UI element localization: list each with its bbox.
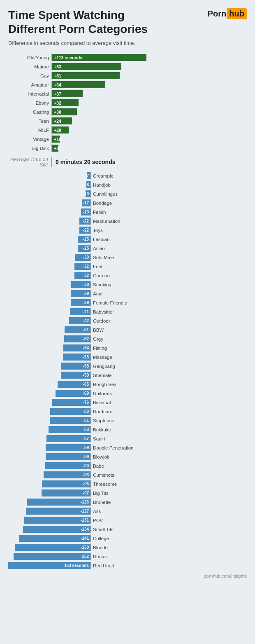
- main-container: Time Spent Watching Different Porn Categ…: [8, 8, 247, 578]
- bar-value: -96: [83, 482, 89, 486]
- bar-negative: -41: [70, 308, 90, 315]
- bar-negative: -69: [56, 390, 90, 397]
- bar-row-negative: -58Gangbang: [8, 362, 247, 370]
- bar-value: -69: [83, 391, 89, 396]
- bar-positive: +30: [52, 108, 77, 115]
- bar-negative: -54: [63, 344, 90, 351]
- bar-value: +30: [54, 110, 61, 115]
- bar-value: -76: [83, 400, 89, 405]
- bar-value: +24: [54, 119, 61, 124]
- bar-positive: +32: [52, 99, 79, 106]
- bar-negative: -89: [46, 444, 90, 451]
- bar-value: +81: [54, 73, 61, 78]
- category-label: Lesbian: [91, 237, 109, 242]
- logo: Pornhub: [208, 8, 247, 19]
- bar-row-negative: -81Striptease: [8, 417, 247, 424]
- bar-negative: -25: [78, 245, 90, 252]
- bar-negative: -152: [14, 553, 90, 560]
- bar-negative: -30: [75, 254, 90, 261]
- category-label: Outdoor: [91, 318, 110, 323]
- category-label: Babysitter: [91, 309, 114, 314]
- bar-row-negative: -38Smoking: [8, 281, 247, 288]
- bar-negative: -38: [71, 281, 90, 288]
- bar-row-negative: -59Shemale: [8, 371, 247, 379]
- category-label: Cunnilingus: [91, 192, 118, 197]
- category-label: Mature: [8, 64, 51, 69]
- bar-value: -93: [83, 473, 89, 477]
- category-label: Orgy: [91, 337, 103, 342]
- bar-row-positive: Old/Young+113 seconds: [8, 54, 247, 61]
- bar-value: -89: [83, 445, 89, 450]
- bar-negative: -32: [74, 272, 90, 279]
- category-label: Bisexual: [91, 400, 111, 405]
- bar-row-negative: -55Massage: [8, 353, 247, 361]
- category-label: Gay: [8, 73, 51, 78]
- bar-value: -141: [81, 536, 89, 541]
- bar-row-positive: Interracial+37: [8, 90, 247, 98]
- category-label: Creampie: [91, 173, 114, 178]
- bar-value: -39: [83, 300, 89, 305]
- bar-negative: -87: [46, 435, 90, 442]
- category-label: Handjob: [91, 183, 111, 187]
- bar-negative: -90: [45, 462, 90, 469]
- category-label: Threesome: [91, 482, 117, 487]
- bar-value: -58: [83, 364, 89, 368]
- bar-negative: -81: [50, 417, 90, 424]
- bar-row-negative: -131POV: [8, 516, 247, 524]
- category-label: Ebony: [8, 101, 51, 105]
- category-label: Hardcore: [91, 409, 112, 414]
- bar-row-negative: -141College: [8, 534, 247, 542]
- bar-value: -10: [83, 192, 89, 196]
- bar-negative: -141: [19, 535, 90, 542]
- bar-positive: +20: [52, 126, 69, 133]
- category-label: Red Head: [91, 563, 114, 568]
- bar-row-positive: Casting+30: [8, 108, 247, 116]
- average-value: 9 minutes 20 seconds: [52, 159, 116, 165]
- subtitle: Difference in seconds compared to averag…: [8, 40, 247, 46]
- bar-value: -41: [83, 309, 89, 314]
- bar-value: -90: [83, 464, 89, 468]
- bar-value: -22: [83, 219, 89, 223]
- bar-row-negative: -89Double Penetration: [8, 444, 247, 452]
- category-label: Toys: [91, 228, 103, 233]
- bar-negative: -52: [64, 335, 90, 342]
- bar-row-negative: -96Threesome: [8, 480, 247, 488]
- bar-value: -25: [83, 237, 89, 241]
- bar-negative: -96: [42, 480, 90, 487]
- bar-row-negative: -32Cartoon: [8, 272, 247, 279]
- category-label: BBW: [91, 328, 104, 333]
- bar-row-negative: -90Babe: [8, 462, 247, 470]
- average-row: Average Time on Site9 minutes 20 seconds: [8, 156, 247, 168]
- bar-value: -42: [83, 318, 89, 323]
- bar-value: -131: [81, 518, 89, 522]
- page-title: Time Spent Watching Different Porn Categ…: [8, 8, 148, 36]
- bar-row-negative: -25Lesbian: [8, 235, 247, 243]
- bar-value: +8: [54, 146, 59, 151]
- bar-row-negative: -51BBW: [8, 326, 247, 334]
- bar-positive: +64: [52, 81, 105, 88]
- bar-negative: -22: [79, 227, 90, 234]
- bar-value: -65: [83, 382, 89, 386]
- bar-value: -59: [83, 373, 89, 377]
- bar-value: -80: [83, 409, 89, 414]
- bar-value: +10: [54, 137, 61, 142]
- bar-row-negative: -69Uniforms: [8, 389, 247, 397]
- bar-negative: -93: [44, 471, 90, 478]
- bar-negative: -59: [61, 372, 90, 379]
- bar-positive: +83: [52, 63, 121, 70]
- bar-row-negative: -8Handjob: [8, 181, 247, 189]
- category-label: Gangbang: [91, 364, 115, 369]
- bar-value: -89: [83, 454, 89, 459]
- bar-negative: -89: [46, 453, 90, 460]
- bar-row-negative: -93Cumshots: [8, 471, 247, 479]
- bar-value: +32: [54, 101, 61, 105]
- category-label: Interracial: [8, 91, 51, 96]
- bar-value: -83: [83, 427, 89, 432]
- bar-row-negative: -152Hentai: [8, 553, 247, 560]
- bar-row-negative: -25Asian: [8, 244, 247, 252]
- bar-value: -19: [83, 210, 89, 214]
- category-label: Blonde: [91, 545, 108, 550]
- category-label: Masturbation: [91, 219, 120, 224]
- bar-row-negative: -10Cunnilingus: [8, 190, 247, 198]
- category-label: MILF: [8, 128, 51, 133]
